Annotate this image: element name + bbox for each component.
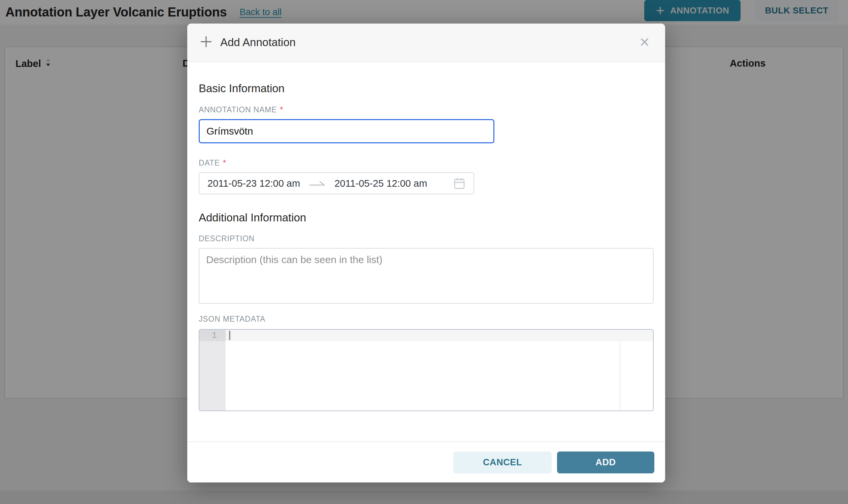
date-range-picker[interactable]: 2011-05-23 12:00 am 2011-05-25 12:00 am bbox=[199, 172, 474, 195]
add-button[interactable]: ADD bbox=[557, 451, 654, 473]
editor-active-line bbox=[226, 330, 653, 341]
section-heading-basic: Basic Information bbox=[199, 82, 654, 95]
section-heading-additional: Additional Information bbox=[199, 211, 654, 224]
cancel-button-label: CANCEL bbox=[483, 457, 522, 468]
json-metadata-editor[interactable]: 1 bbox=[199, 329, 654, 411]
calendar-icon bbox=[453, 177, 465, 190]
modal-header: Add Annotation bbox=[187, 23, 665, 62]
modal-title: Add Annotation bbox=[220, 36, 296, 49]
app-window: Annotation Layer Volcanic Eruptions Back… bbox=[0, 0, 848, 504]
plus-icon bbox=[200, 35, 213, 50]
description-label: DESCRIPTION bbox=[199, 234, 654, 243]
json-metadata-label: JSON METADATA bbox=[199, 314, 654, 324]
modal-body: Basic Information ANNOTATION NAME * DATE… bbox=[187, 82, 665, 411]
modal-footer: CANCEL ADD bbox=[187, 442, 665, 483]
date-label: DATE * bbox=[199, 158, 654, 167]
close-button[interactable] bbox=[636, 34, 653, 52]
editor-print-margin bbox=[620, 330, 620, 411]
annotation-name-input[interactable] bbox=[199, 119, 495, 143]
editor-text-cursor bbox=[229, 331, 230, 340]
annotation-name-label: ANNOTATION NAME * bbox=[199, 105, 654, 114]
required-mark: * bbox=[280, 105, 283, 114]
required-mark: * bbox=[223, 158, 226, 167]
close-icon bbox=[638, 36, 651, 50]
cancel-button[interactable]: CANCEL bbox=[453, 451, 552, 473]
range-arrow-icon bbox=[309, 179, 326, 188]
add-annotation-modal: Add Annotation Basic Information ANNOTAT… bbox=[187, 23, 665, 483]
date-end-value[interactable]: 2011-05-25 12:00 am bbox=[334, 178, 427, 189]
description-textarea[interactable] bbox=[199, 248, 654, 304]
add-button-label: ADD bbox=[595, 457, 616, 468]
date-start-value[interactable]: 2011-05-23 12:00 am bbox=[207, 178, 300, 189]
editor-gutter bbox=[200, 330, 226, 411]
editor-line-number: 1 bbox=[200, 330, 217, 341]
